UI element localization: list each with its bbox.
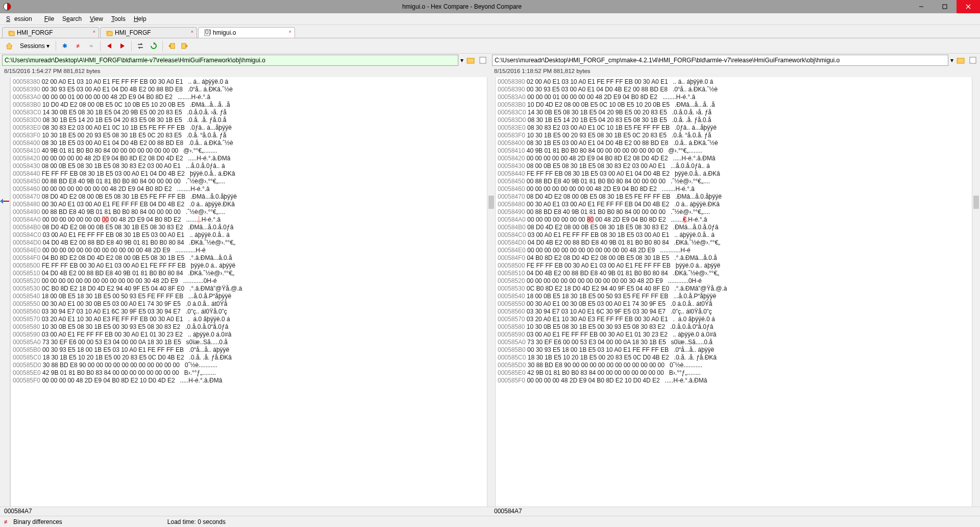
hex-row[interactable]: 00058530 0C B0 8D E2 18 D0 4D E2 94 40 9… xyxy=(498,285,978,293)
hex-row[interactable]: 000583F0 10 30 1B E5 00 20 93 E5 08 30 1… xyxy=(498,132,978,139)
hex-row[interactable]: 00058390 00 30 93 E5 03 00 A0 E1 04 D0 4… xyxy=(13,86,493,93)
hex-row[interactable]: 00058440 FE FF FF EB 08 30 1B E5 03 00 A… xyxy=(498,170,978,178)
hex-row[interactable]: 000585D0 30 88 BD E8 90 00 00 00 00 00 0… xyxy=(13,362,493,369)
menu-file[interactable]: File xyxy=(40,14,58,24)
tab-close-icon[interactable]: × xyxy=(289,29,291,34)
hex-row[interactable]: 000583C0 14 30 0B E5 08 30 1B E5 04 20 9… xyxy=(13,109,493,116)
hex-row[interactable]: 00058510 04 D0 4B E2 00 88 BD E8 40 9B 0… xyxy=(498,270,978,277)
browse-right-button[interactable] xyxy=(968,55,978,65)
hex-row[interactable]: 000583B0 10 D0 4D E2 08 00 0B E5 0C 10 0… xyxy=(13,101,493,109)
hex-row[interactable]: 00058400 08 30 1B E5 03 00 A0 E1 04 D0 4… xyxy=(498,139,978,147)
home-button[interactable] xyxy=(3,40,15,52)
hex-row[interactable]: 000584A0 00 00 00 00 00 00 00 80 00 48 2… xyxy=(498,216,978,224)
show-same-button[interactable]: ≈ xyxy=(85,40,97,52)
hex-row[interactable]: 00058560 03 30 94 E7 03 10 A0 E1 6C 30 9… xyxy=(13,308,493,316)
right-path-input[interactable] xyxy=(492,55,948,66)
hex-row[interactable]: 00058490 00 88 BD E8 40 9B 01 81 B0 B0 8… xyxy=(498,208,978,216)
copy-to-right-button[interactable] xyxy=(179,40,191,52)
scrollbar[interactable] xyxy=(487,77,495,507)
hex-row[interactable]: 000583D0 08 30 1B E5 14 20 1B E5 04 20 8… xyxy=(498,116,978,124)
menu-search[interactable]: Search xyxy=(58,14,86,24)
left-path-input[interactable] xyxy=(2,55,458,66)
tab-close-icon[interactable]: × xyxy=(191,29,193,34)
hex-row[interactable]: 00058590 03 00 A0 E1 FE FF FF EB 00 30 A… xyxy=(498,331,978,339)
hex-row[interactable]: 00058430 08 00 0B E5 08 30 1B E5 08 30 8… xyxy=(13,162,493,170)
hex-row[interactable]: 00058410 40 9B 01 81 B0 B0 80 84 00 00 0… xyxy=(498,147,978,155)
maximize-button[interactable] xyxy=(933,0,957,13)
hex-row[interactable]: 00058480 00 30 A0 E1 03 00 A0 E1 FE FF F… xyxy=(13,201,493,208)
show-all-button[interactable]: ✱ xyxy=(59,40,71,52)
hex-row[interactable]: 00058520 00 00 00 00 00 00 00 00 00 00 0… xyxy=(498,277,978,285)
hex-row[interactable]: 000585E0 42 9B 01 81 B0 B0 83 84 00 00 0… xyxy=(13,369,493,377)
hex-row[interactable]: 00058500 FE FF FF EB 00 30 A0 E1 03 00 A… xyxy=(498,262,978,270)
swap-sides-button[interactable] xyxy=(134,40,146,52)
tab-hmi-forgf-2[interactable]: HMI_FORGF × xyxy=(100,27,197,38)
hex-row[interactable]: 00058590 03 00 A0 E1 FE FF FF EB 00 30 A… xyxy=(13,331,493,339)
hex-row[interactable]: 000584E0 00 00 00 00 00 00 00 00 00 00 0… xyxy=(13,247,493,254)
hex-row[interactable]: 000585A0 73 30 EF E6 00 00 53 E3 04 00 0… xyxy=(498,339,978,346)
hex-row[interactable]: 000584F0 04 B0 8D E2 08 D0 4D E2 08 00 0… xyxy=(498,254,978,262)
hex-row[interactable]: 00058440 FE FF FF EB 08 30 1B E5 03 00 A… xyxy=(13,170,493,178)
hex-row[interactable]: 00058580 10 30 0B E5 08 30 1B E5 00 30 9… xyxy=(498,323,978,331)
hex-row[interactable]: 000583B0 10 D0 4D E2 08 00 0B E5 0C 10 0… xyxy=(498,101,978,109)
tab-hmigui-o[interactable]: 01 hmigui.o × xyxy=(198,27,295,38)
hex-row[interactable]: 000585A0 73 30 EF E6 00 00 53 E3 04 00 0… xyxy=(13,339,493,346)
left-hex-pane[interactable]: 00058380 02 00 A0 E1 03 10 A0 E1 FE FF F… xyxy=(10,77,495,507)
open-right-button[interactable] xyxy=(955,55,966,65)
hex-row[interactable]: 000583A0 00 00 00 01 00 00 00 00 48 2D E… xyxy=(13,93,493,101)
open-left-button[interactable] xyxy=(465,55,476,65)
minimize-button[interactable] xyxy=(910,0,933,13)
hex-row[interactable]: 000585C0 18 30 1B E5 10 20 1B E5 00 20 8… xyxy=(498,354,978,362)
hex-row[interactable]: 00058520 00 00 00 00 00 00 00 00 00 00 0… xyxy=(13,277,493,285)
hex-row[interactable]: 000584D0 04 D0 4B E2 00 88 BD E8 40 9B 0… xyxy=(13,239,493,247)
right-hex-pane[interactable]: 00058380 02 00 A0 E1 03 10 A0 E1 FE FF F… xyxy=(495,77,980,507)
hex-row[interactable]: 00058570 03 20 A0 E1 10 30 A0 E3 FE FF F… xyxy=(498,316,978,323)
menu-help[interactable]: Help xyxy=(130,14,151,24)
menu-session[interactable]: Session xyxy=(2,14,40,24)
hex-row[interactable]: 00058470 08 D0 4D E2 08 00 0B E5 08 30 1… xyxy=(498,193,978,201)
hex-row[interactable]: 000583E0 08 30 83 E2 03 00 A0 E1 0C 10 1… xyxy=(498,124,978,132)
hex-row[interactable]: 00058380 02 00 A0 E1 03 10 A0 E1 FE FF F… xyxy=(498,78,978,86)
hex-row[interactable]: 000583F0 10 30 1B E5 00 20 93 E5 08 30 1… xyxy=(13,132,493,139)
tab-hmi-forgf-1[interactable]: HMI_FORGF × xyxy=(2,27,99,38)
show-diffs-button[interactable]: ≠ xyxy=(72,40,84,52)
prev-diff-button[interactable] xyxy=(103,40,115,52)
hex-row[interactable]: 000583D0 08 30 1B E5 14 20 1B E5 04 20 8… xyxy=(13,116,493,124)
hex-row[interactable]: 000584D0 04 D0 4B E2 00 88 BD E8 40 9B 0… xyxy=(498,239,978,247)
menu-tools[interactable]: Tools xyxy=(107,14,130,24)
sessions-dropdown[interactable]: Sessions ▾ xyxy=(16,41,53,51)
left-hex-content[interactable]: 00058380 02 00 A0 E1 03 10 A0 E1 FE FF F… xyxy=(11,77,495,507)
hex-row[interactable]: 00058490 00 88 BD E8 40 9B 01 81 B0 B0 8… xyxy=(13,208,493,216)
hex-row[interactable]: 00058580 10 30 0B E5 08 30 1B E5 00 30 9… xyxy=(13,323,493,331)
hex-row[interactable]: 00058420 00 00 00 00 00 48 2D E9 04 B0 8… xyxy=(13,155,493,162)
hex-row[interactable]: 00058410 40 9B 01 81 B0 B0 80 84 00 00 0… xyxy=(13,147,493,155)
hex-row[interactable]: 000583E0 08 30 83 E2 03 00 A0 E1 0C 10 1… xyxy=(13,124,493,132)
dropdown-icon[interactable]: ▾ xyxy=(950,57,953,64)
hex-row[interactable]: 00058530 0C B0 8D E2 18 D0 4D E2 94 40 9… xyxy=(13,285,493,293)
hex-row[interactable]: 00058550 00 30 A0 E1 00 30 0B E5 03 00 A… xyxy=(498,300,978,308)
hex-row[interactable]: 00058400 08 30 1B E5 03 00 A0 E1 04 D0 4… xyxy=(13,139,493,147)
hex-row[interactable]: 000583C0 14 30 0B E5 08 30 1B E5 04 20 9… xyxy=(498,109,978,116)
hex-row[interactable]: 00058460 00 00 00 00 00 00 00 00 48 2D E… xyxy=(13,185,493,193)
scrollbar-thumb[interactable] xyxy=(973,196,979,209)
hex-row[interactable]: 00058500 FE FF FF EB 00 30 A0 E1 03 00 A… xyxy=(13,262,493,270)
hex-row[interactable]: 00058460 00 00 00 00 00 00 00 00 48 2D E… xyxy=(498,185,978,193)
close-button[interactable] xyxy=(957,0,980,13)
hex-row[interactable]: 000585F0 00 00 00 00 48 2D E9 04 B0 8D E… xyxy=(13,377,493,385)
scrollbar[interactable] xyxy=(972,77,980,507)
overview-gutter[interactable] xyxy=(0,77,10,507)
hex-row[interactable]: 00058480 00 30 A0 E1 03 00 A0 E1 FE FF F… xyxy=(498,201,978,208)
hex-row[interactable]: 000584C0 03 00 A0 E1 FE FF FF EB 08 30 1… xyxy=(498,231,978,239)
browse-left-button[interactable] xyxy=(478,55,488,65)
next-diff-button[interactable] xyxy=(116,40,129,52)
hex-row[interactable]: 00058390 00 30 93 E5 03 00 A0 E1 04 D0 4… xyxy=(498,86,978,93)
hex-row[interactable]: 000584C0 03 00 A0 E1 FE FF FF EB 08 30 1… xyxy=(13,231,493,239)
hex-row[interactable]: 000584B0 08 D0 4D E2 08 00 0B E5 08 30 1… xyxy=(13,224,493,231)
copy-to-left-button[interactable] xyxy=(165,40,178,52)
hex-row[interactable]: 000585D0 30 88 BD E8 90 00 00 00 00 00 0… xyxy=(498,362,978,369)
hex-row[interactable]: 000584B0 08 D0 4D E2 08 00 0B E5 08 30 1… xyxy=(498,224,978,231)
hex-row[interactable]: 000583A0 00 00 00 01 00 00 00 00 48 2D E… xyxy=(498,93,978,101)
hex-row[interactable]: 00058560 03 30 94 E7 03 10 A0 E1 6C 30 9… xyxy=(498,308,978,316)
hex-row[interactable]: 00058380 02 00 A0 E1 03 10 A0 E1 FE FF F… xyxy=(13,78,493,86)
hex-row[interactable]: 00058510 04 D0 4B E2 00 88 BD E8 40 9B 0… xyxy=(13,270,493,277)
